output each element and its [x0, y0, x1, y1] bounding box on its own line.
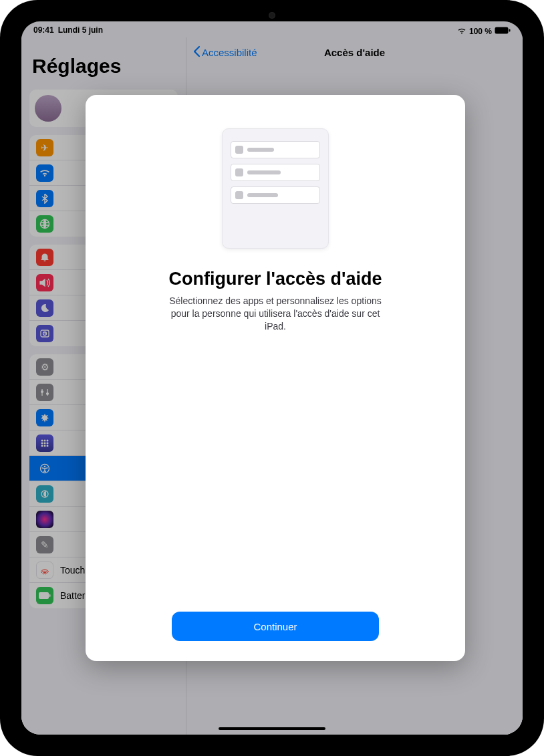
- home-indicator[interactable]: [219, 727, 325, 730]
- assistive-access-modal: Configurer l'accès d'aide Sélectionnez d…: [86, 95, 465, 661]
- modal-subtitle: Sélectionnez des apps et personnalisez l…: [162, 295, 389, 333]
- device-frame: 09:41 Lundi 5 juin 100 % Réglages: [0, 0, 544, 756]
- illustration-icon: [222, 128, 329, 249]
- continue-button[interactable]: Continuer: [172, 612, 379, 641]
- modal-title: Configurer l'accès d'aide: [169, 269, 382, 289]
- screen: 09:41 Lundi 5 juin 100 % Réglages: [21, 21, 523, 735]
- camera-dot: [269, 12, 275, 19]
